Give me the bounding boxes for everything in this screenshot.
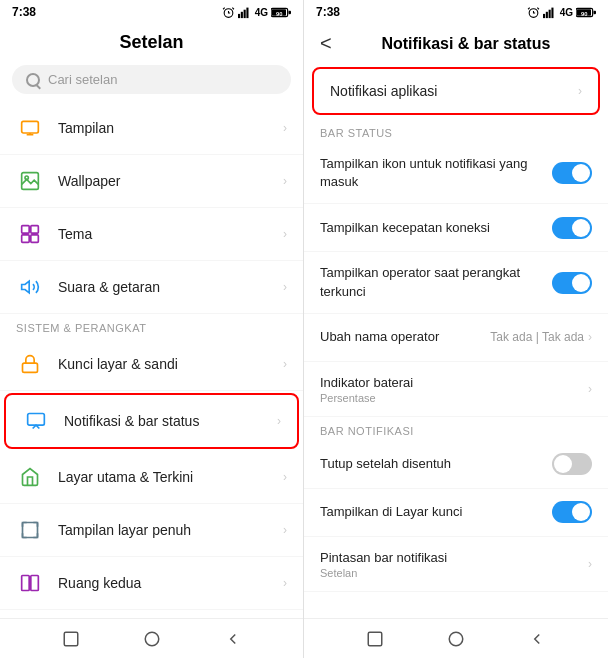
time-left: 7:38 [12,5,36,19]
menu-item-suara[interactable]: Suara & getaran › [0,261,303,314]
svg-line-2 [232,7,234,9]
svg-line-35 [528,7,530,9]
tampilan-label: Tampilan [58,120,283,136]
svg-rect-23 [23,523,38,538]
theme-icon [16,220,44,248]
svg-rect-6 [246,7,248,18]
menu-item-baterai[interactable]: Baterai & performa › [0,610,303,618]
triangle-nav-right[interactable] [527,629,547,649]
menu-item-layar-utama[interactable]: Layar utama & Terkini › [0,451,303,504]
circle-nav-left[interactable] [142,629,162,649]
menu-list: Tampilan › Wallpaper › Tema › Suara & ge… [0,102,303,618]
square-nav-right[interactable] [365,629,385,649]
back-button[interactable]: < [320,32,332,55]
indikator-baterai-subtext: Persentase [320,392,588,404]
chevron-icon: › [283,470,287,484]
svg-rect-25 [31,576,39,591]
toggle-operator-kunci[interactable] [552,272,592,294]
search-icon [26,73,40,87]
tampilan-penuh-label: Tampilan layar penuh [58,522,283,538]
pintasan-chevron: › [588,557,592,571]
toggle-tutup[interactable] [552,453,592,475]
toggle-ikon-notif[interactable] [552,162,592,184]
bar-status-label: BAR STATUS [304,119,608,143]
svg-rect-16 [22,226,30,234]
menu-item-notifikasi[interactable]: Notifikasi & bar status › [4,393,299,449]
chevron-icon: › [283,523,287,537]
battery-icon-right: 90 [576,7,596,18]
setting-indikator-baterai[interactable]: Indikator baterai Persentase › [304,362,608,417]
svg-rect-9 [289,10,292,13]
bar-notif-label: BAR NOTIFIKASI [304,417,608,441]
triangle-nav-left[interactable] [223,629,243,649]
bottom-nav-right [304,618,608,658]
chevron-icon: › [283,576,287,590]
right-title: Notifikasi & bar status [340,35,592,53]
wallpaper-label: Wallpaper [58,173,283,189]
status-icons-right: 4G 90 [527,6,596,19]
menu-item-tema[interactable]: Tema › [0,208,303,261]
signal-icon [238,6,252,19]
toggle-layar-kunci[interactable] [552,501,592,523]
setting-layar-kunci[interactable]: Tampilkan di Layar kunci [304,489,608,537]
right-header: < Notifikasi & bar status [304,24,608,63]
chevron-icon: › [277,414,281,428]
setting-tutup[interactable]: Tutup setelah disentuh [304,441,608,489]
time-right: 7:38 [316,5,340,19]
search-bar[interactable]: Cari setelan [12,65,291,94]
menu-item-wallpaper[interactable]: Wallpaper › [0,155,303,208]
toggle-kecepatan[interactable] [552,217,592,239]
chevron-icon: › [283,357,287,371]
svg-line-1 [223,7,225,9]
circle-nav-right[interactable] [446,629,466,649]
svg-rect-19 [31,235,39,243]
signal-text-right: 4G [560,7,573,18]
lock-icon [16,350,44,378]
kunci-label: Kunci layar & sandi [58,356,283,372]
nama-operator-text: Ubah nama operator [320,328,490,346]
setting-ikon-notif[interactable]: Tampilkan ikon untuk notifikasi yang mas… [304,143,608,204]
notif-app-label: Notifikasi aplikasi [330,83,578,99]
notif-icon [22,407,50,435]
pintasan-subtext: Setelan [320,567,588,579]
display-icon [16,114,44,142]
svg-text:90: 90 [581,10,587,16]
dual-icon [16,569,44,597]
battery-icon-left: 90 [271,7,291,18]
sound-icon [16,273,44,301]
indikator-baterai-chevron: › [588,382,592,396]
ruang-kedua-label: Ruang kedua [58,575,283,591]
menu-item-kunci[interactable]: Kunci layar & sandi › [0,338,303,391]
left-header: Setelan [0,24,303,61]
home-icon [16,463,44,491]
system-section-label: SISTEM & PERANGKAT [0,314,303,338]
setting-kecepatan[interactable]: Tampilkan kecepatan koneksi [304,204,608,252]
notif-app-item[interactable]: Notifikasi aplikasi › [312,67,600,115]
setting-nama-operator[interactable]: Ubah nama operator Tak ada | Tak ada › [304,314,608,362]
chevron-icon: › [283,121,287,135]
svg-marker-20 [22,281,30,293]
svg-rect-43 [594,10,597,13]
fullscreen-icon [16,516,44,544]
notif-app-chevron: › [578,84,582,98]
right-panel: 7:38 4G 90 < Notifikasi & bar status Not… [304,0,608,658]
setting-operator-kunci[interactable]: Tampilkan operator saat perangkat terkun… [304,252,608,313]
signal-icon-right [543,6,557,19]
layar-utama-label: Layar utama & Terkini [58,469,283,485]
svg-rect-3 [238,13,240,17]
menu-item-tampilan[interactable]: Tampilan › [0,102,303,155]
tutup-text: Tutup setelah disentuh [320,455,552,473]
svg-rect-32 [64,632,78,646]
svg-text:90: 90 [276,10,282,16]
square-nav-left[interactable] [61,629,81,649]
setting-pintasan[interactable]: Pintasan bar notifikasi Setelan › [304,537,608,592]
svg-rect-45 [368,632,382,646]
status-bar-left: 7:38 4G 90 [0,0,303,24]
suara-label: Suara & getaran [58,279,283,295]
svg-rect-39 [548,9,550,17]
status-icons-left: 4G 90 [222,6,291,19]
menu-item-tampilan-penuh[interactable]: Tampilan layar penuh › [0,504,303,557]
svg-line-36 [537,7,539,9]
status-bar-right: 7:38 4G 90 [304,0,608,24]
menu-item-ruang-kedua[interactable]: Ruang kedua › [0,557,303,610]
